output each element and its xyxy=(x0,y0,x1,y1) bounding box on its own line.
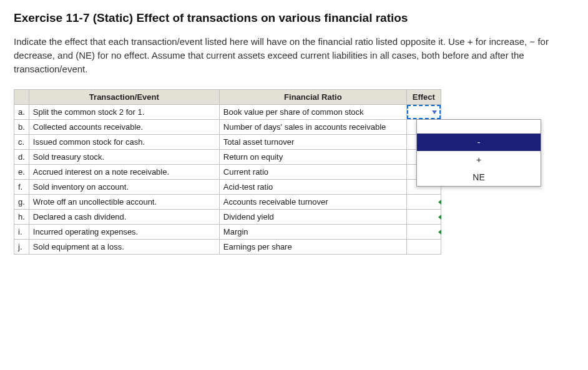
row-letter: c. xyxy=(14,135,29,150)
row-letter: d. xyxy=(14,150,29,165)
exercise-table: Transaction/Event Financial Ratio Effect… xyxy=(14,89,441,255)
dropdown-option[interactable] xyxy=(417,120,541,134)
effect-cell[interactable] xyxy=(406,105,441,120)
row-ratio: Number of days' sales in accounts receiv… xyxy=(219,120,406,135)
instructions-text: Indicate the effect that each transactio… xyxy=(14,35,574,75)
row-transaction: Split the common stock 2 for 1. xyxy=(29,105,219,120)
effect-dropdown-menu[interactable]: -+NE xyxy=(416,119,541,187)
row-letter: a. xyxy=(14,105,29,120)
row-letter: b. xyxy=(14,120,29,135)
row-ratio: Accounts receivable turnover xyxy=(219,195,406,210)
table-row: c.Issued common stock for cash.Total ass… xyxy=(14,135,441,150)
table-row: i.Incurred operating expenses.Margin xyxy=(14,225,441,240)
table-row: h.Declared a cash dividend.Dividend yiel… xyxy=(14,210,441,225)
row-ratio: Total asset turnover xyxy=(219,135,406,150)
table-row: d.Sold treasury stock.Return on equity xyxy=(14,150,441,165)
effect-cell[interactable] xyxy=(406,195,441,210)
table-row: a.Split the common stock 2 for 1.Book va… xyxy=(14,105,441,120)
row-letter: f. xyxy=(14,180,29,195)
table-row: g.Wrote off an uncollectible account.Acc… xyxy=(14,195,441,210)
row-letter: j. xyxy=(14,240,29,255)
exercise-table-wrap: Transaction/Event Financial Ratio Effect… xyxy=(14,89,574,255)
chevron-down-icon xyxy=(432,110,437,114)
table-row: f.Sold inventory on account.Acid-test ra… xyxy=(14,180,441,195)
header-ratio: Financial Ratio xyxy=(219,90,406,105)
table-row: e.Accrued interest on a note receivable.… xyxy=(14,165,441,180)
row-ratio: Dividend yield xyxy=(219,210,406,225)
header-effect: Effect xyxy=(406,90,441,105)
row-transaction: Sold inventory on account. xyxy=(29,180,219,195)
indicator-icon xyxy=(438,230,441,235)
dropdown-option[interactable]: - xyxy=(417,134,541,151)
row-ratio: Return on equity xyxy=(219,150,406,165)
table-row: j.Sold equipment at a loss.Earnings per … xyxy=(14,240,441,255)
page-title: Exercise 11-7 (Static) Effect of transac… xyxy=(14,11,574,25)
row-transaction: Wrote off an uncollectible account. xyxy=(29,195,219,210)
row-transaction: Collected accounts receivable. xyxy=(29,120,219,135)
row-transaction: Incurred operating expenses. xyxy=(29,225,219,240)
indicator-icon xyxy=(438,215,441,220)
effect-cell[interactable] xyxy=(406,225,441,240)
header-transaction: Transaction/Event xyxy=(29,90,219,105)
effect-cell[interactable] xyxy=(406,210,441,225)
row-letter: g. xyxy=(14,195,29,210)
table-row: b.Collected accounts receivable.Number o… xyxy=(14,120,441,135)
dropdown-option[interactable]: NE xyxy=(417,168,541,186)
row-ratio: Acid-test ratio xyxy=(219,180,406,195)
row-ratio: Earnings per share xyxy=(219,240,406,255)
row-transaction: Accrued interest on a note receivable. xyxy=(29,165,219,180)
row-transaction: Sold treasury stock. xyxy=(29,150,219,165)
header-corner xyxy=(14,90,29,105)
row-transaction: Issued common stock for cash. xyxy=(29,135,219,150)
effect-dropdown[interactable] xyxy=(407,105,441,119)
row-letter: e. xyxy=(14,165,29,180)
effect-cell[interactable] xyxy=(406,240,441,255)
row-letter: h. xyxy=(14,210,29,225)
row-transaction: Sold equipment at a loss. xyxy=(29,240,219,255)
table-body: a.Split the common stock 2 for 1.Book va… xyxy=(14,105,441,255)
row-letter: i. xyxy=(14,225,29,240)
row-ratio: Book value per share of common stock xyxy=(219,105,406,120)
indicator-icon xyxy=(438,200,441,205)
row-ratio: Current ratio xyxy=(219,165,406,180)
row-transaction: Declared a cash dividend. xyxy=(29,210,219,225)
row-ratio: Margin xyxy=(219,225,406,240)
dropdown-option[interactable]: + xyxy=(417,151,541,168)
